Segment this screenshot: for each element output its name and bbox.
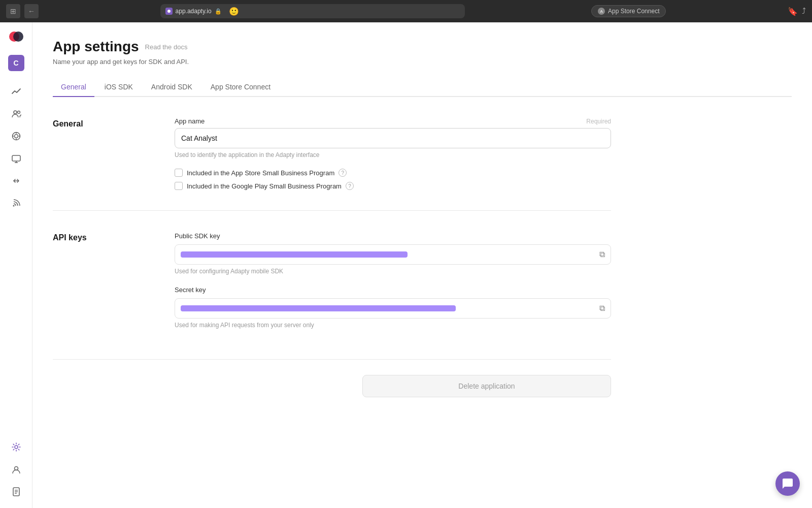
svg-point-14 bbox=[13, 205, 14, 207]
page-title-row: App settings Read the docs bbox=[53, 39, 792, 55]
sidebar-item-integrations[interactable] bbox=[6, 171, 26, 191]
docs-link[interactable]: Read the docs bbox=[145, 43, 188, 51]
appstore-checkbox-item[interactable]: Included in the App Store Small Business… bbox=[175, 169, 611, 177]
api-keys-fields: Public SDK key ⧉ Used for configuring Ad… bbox=[175, 231, 611, 339]
secret-key-copy-button[interactable]: ⧉ bbox=[598, 303, 606, 314]
tab-app-store-connect[interactable]: App Store Connect bbox=[202, 78, 279, 97]
tab-ios-sdk[interactable]: iOS SDK bbox=[96, 78, 141, 97]
chat-bubble[interactable] bbox=[775, 471, 800, 496]
checkbox-group: Included in the App Store Small Business… bbox=[175, 169, 611, 190]
avatar-letter: C bbox=[13, 59, 18, 67]
lock-icon: 🔒 bbox=[215, 8, 222, 15]
appstore-checkbox-label: Included in the App Store Small Business… bbox=[187, 169, 334, 177]
svg-point-4 bbox=[17, 111, 20, 114]
app-logo[interactable] bbox=[7, 28, 25, 47]
sidebar-item-settings[interactable] bbox=[6, 437, 26, 457]
google-checkbox[interactable] bbox=[175, 182, 183, 190]
google-help-icon[interactable]: ? bbox=[346, 182, 354, 190]
sidebar-item-docs[interactable] bbox=[6, 482, 26, 502]
public-key-copy-button[interactable]: ⧉ bbox=[598, 249, 606, 260]
svg-rect-11 bbox=[12, 155, 20, 161]
svg-point-6 bbox=[14, 135, 18, 138]
svg-point-2 bbox=[13, 31, 23, 42]
bookmark-icon[interactable]: 🔖 bbox=[788, 7, 798, 16]
app-store-badge-icon: A bbox=[598, 8, 605, 15]
favicon bbox=[165, 8, 173, 15]
api-keys-section: API keys Public SDK key ⧉ Used for confi… bbox=[53, 211, 611, 360]
sidebar-nav bbox=[6, 81, 26, 433]
app-name-label-row: App name Required bbox=[175, 117, 611, 125]
back-button[interactable]: ← bbox=[24, 4, 39, 18]
browser-right-actions: 🔖 ⤴ bbox=[788, 7, 806, 16]
url-text: app.adapty.io bbox=[176, 8, 212, 15]
main-content: App settings Read the docs Name your app… bbox=[32, 22, 812, 508]
app-name-label: App name bbox=[175, 117, 205, 125]
browser-controls: ⊞ ← bbox=[6, 4, 39, 18]
sidebar-bottom bbox=[6, 433, 26, 502]
delete-application-button[interactable]: Delete application bbox=[362, 375, 611, 397]
svg-point-3 bbox=[14, 111, 17, 114]
page-title: App settings bbox=[53, 39, 139, 55]
secret-key-field-group: Secret key ⧉ Used for making API request… bbox=[175, 285, 611, 329]
general-fields: App name Required Used to identify the a… bbox=[175, 117, 611, 190]
appstore-help-icon[interactable]: ? bbox=[339, 169, 347, 177]
sidebar-item-paywalls[interactable] bbox=[6, 126, 26, 146]
public-key-input[interactable] bbox=[175, 244, 611, 265]
sidebar-item-account[interactable] bbox=[6, 459, 26, 480]
tabs-bar: General iOS SDK Android SDK App Store Co… bbox=[53, 78, 792, 97]
smiley-icon[interactable]: 🙂 bbox=[229, 7, 239, 16]
public-key-field-group: Public SDK key ⧉ Used for configuring Ad… bbox=[175, 231, 611, 275]
appstore-checkbox[interactable] bbox=[175, 169, 183, 177]
tab-general[interactable]: General bbox=[53, 78, 94, 97]
url-bar[interactable]: app.adapty.io 🔒 🙂 bbox=[160, 4, 465, 18]
page-subtitle: Name your app and get keys for SDK and A… bbox=[53, 58, 792, 66]
browser-bar: ⊞ ← app.adapty.io 🔒 🙂 A App Store Connec… bbox=[0, 0, 812, 22]
app-store-connect-badge[interactable]: A App Store Connect bbox=[591, 5, 666, 17]
google-checkbox-label: Included in the Google Play Small Busine… bbox=[187, 182, 342, 190]
general-section: General App name Required Used to identi… bbox=[53, 97, 611, 211]
app-layout: C bbox=[0, 22, 812, 508]
app-name-input[interactable] bbox=[175, 128, 611, 148]
sidebar-item-analytics[interactable] bbox=[6, 81, 26, 102]
page-header: App settings Read the docs Name your app… bbox=[53, 39, 792, 66]
settings-body: General App name Required Used to identi… bbox=[53, 97, 611, 407]
google-checkbox-item[interactable]: Included in the Google Play Small Busine… bbox=[175, 182, 611, 190]
general-section-label: General bbox=[53, 117, 154, 190]
sidebar: C bbox=[0, 22, 32, 508]
tab-android-sdk[interactable]: Android SDK bbox=[143, 78, 200, 97]
url-actions: 🙂 bbox=[229, 7, 239, 16]
app-name-field-group: App name Required Used to identify the a… bbox=[175, 117, 611, 158]
secret-key-input[interactable] bbox=[175, 298, 611, 319]
app-name-required: Required bbox=[586, 118, 611, 125]
secret-key-label: Secret key bbox=[175, 286, 206, 294]
public-key-hint: Used for configuring Adapty mobile SDK bbox=[175, 268, 611, 275]
share-icon[interactable]: ⤴ bbox=[802, 7, 806, 16]
public-key-label: Public SDK key bbox=[175, 232, 220, 240]
sidebar-item-users[interactable] bbox=[6, 104, 26, 124]
app-store-badge-label: App Store Connect bbox=[608, 8, 659, 15]
secret-key-wrapper: ⧉ bbox=[175, 298, 611, 319]
sidebar-toggle-button[interactable]: ⊞ bbox=[6, 4, 20, 18]
avatar[interactable]: C bbox=[8, 55, 24, 71]
sidebar-item-feeds[interactable] bbox=[6, 193, 26, 213]
svg-point-15 bbox=[15, 446, 18, 449]
delete-section: Delete application bbox=[53, 360, 611, 407]
sidebar-item-preview[interactable] bbox=[6, 148, 26, 169]
secret-key-hint: Used for making API requests from your s… bbox=[175, 322, 611, 329]
api-keys-section-label: API keys bbox=[53, 231, 154, 339]
public-key-wrapper: ⧉ bbox=[175, 244, 611, 265]
app-name-hint: Used to identify the application in the … bbox=[175, 151, 611, 158]
